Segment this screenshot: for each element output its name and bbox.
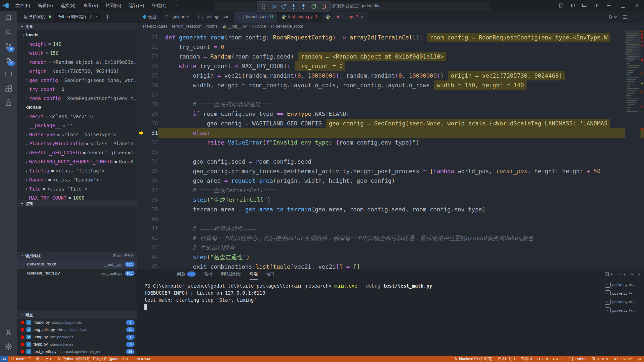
status-python-version[interactable]: 3.10.10 (589, 356, 612, 362)
tab-欢迎[interactable]: 欢迎 (137, 11, 161, 23)
code-line[interactable]: 25 origin = vec2i(random.randint(0, 1000… (137, 71, 644, 80)
watch-section-header[interactable]: 监视 (17, 200, 137, 207)
status-eol-sequence[interactable]: CRLF (550, 356, 565, 362)
code-editor[interactable]: 20 21 def generate_room(room_config: Roo… (137, 30, 644, 269)
debug-settings-gear-icon[interactable] (104, 11, 111, 22)
tab-launch.json[interactable]: { } launch.jsonU (234, 11, 277, 23)
status-language-mode[interactable]: { }Python (565, 356, 589, 362)
breakpoint-row[interactable]: test_math.pysite-packages\terrain_res… 1… (17, 348, 137, 355)
code-line[interactable]: 31 else: (137, 128, 644, 138)
breadcrumb[interactable]: site-packages› terrain_research› rooms› … (137, 23, 644, 30)
close-window-button[interactable]: × (630, 0, 644, 11)
breakpoint-checkbox[interactable] (26, 320, 31, 325)
code-line[interactable]: 30 geo_config = WASTELAND_GEO_CONFIGgeo_… (137, 119, 644, 128)
restart-button[interactable] (309, 2, 319, 11)
breakpoint-checkbox[interactable] (26, 342, 31, 347)
drag-handle[interactable] (258, 2, 268, 11)
panel-tab-端口[interactable]: 端口 (266, 269, 274, 280)
variable-row[interactable]: MAX_TRY_COUNT= 1000 (17, 193, 137, 200)
status-notifications[interactable] (635, 356, 644, 362)
status-git-branch[interactable]: main* (8, 356, 33, 362)
code-line[interactable]: 39 terrain_area = geo_area_to_terrain(ge… (137, 205, 644, 214)
status-indentation[interactable]: 空格: 4 (518, 356, 535, 362)
variable-row[interactable]: Tile= <class 'Tile'> (17, 184, 137, 193)
menu-item[interactable]: ··· (170, 0, 182, 11)
breakpoint-checkbox[interactable] (26, 349, 31, 354)
code-line[interactable]: 21 def generate_room(room_config: RoomRe… (137, 33, 644, 42)
variable-row[interactable]: Random= <class 'Random'> (17, 175, 137, 184)
minimap[interactable] (625, 30, 640, 269)
panel-tab-终端[interactable]: 终端 (250, 269, 258, 280)
breakpoint-checkbox[interactable] (26, 335, 31, 339)
continue-button[interactable] (268, 2, 278, 11)
activity-source-control[interactable]: 3 (0, 39, 17, 53)
activity-search[interactable] (0, 25, 17, 39)
activity-testing[interactable] (0, 96, 17, 110)
activity-explorer[interactable] (0, 11, 17, 25)
code-line[interactable]: 27 (137, 90, 644, 100)
variable-row[interactable]: random= <Random object at 0x1bf9d01e… (17, 58, 137, 67)
code-line[interactable]: 35 geo_config.primary_forces.geothermal_… (137, 166, 644, 176)
panel-tab-问题[interactable]: 问题 3 (177, 269, 196, 280)
minimize-button[interactable]: ─ (602, 0, 616, 11)
status-git-blame[interactable]: blueloveTH (3 周前) (451, 356, 495, 362)
tab-settings.json[interactable]: { } settings.json (193, 11, 234, 23)
variable-row[interactable]: DEFAULT_GEO_CONFIG= GeoConfig(seed=1… (17, 148, 137, 157)
breakpoint-row[interactable]: png_utils.pysite-packages\wfc 11 (17, 326, 137, 333)
variable-row[interactable]: PlanetaryWindConfig= <class 'Planeta… (17, 139, 137, 148)
menu-item[interactable]: 转到(G) (102, 0, 125, 11)
breadcrumb-item[interactable]: rooms (206, 24, 217, 29)
breakpoint-row[interactable]: temp.pysite-packages 1 (17, 333, 137, 341)
debug-configuration-dropdown[interactable]: Python 调试程序: 启 (55, 13, 101, 21)
breadcrumb-item[interactable]: __init__.py (222, 24, 247, 29)
step-over-button[interactable] (278, 2, 289, 11)
variable-scope[interactable]: locals (17, 30, 137, 39)
code-line[interactable]: 38 step("生成TerrainCell") (137, 195, 644, 205)
tab-__init__.py[interactable]: __init__.py2 × (322, 11, 368, 23)
status-encoding[interactable]: UTF-8 (535, 356, 551, 362)
menu-item[interactable]: 选择(S) (57, 0, 79, 11)
code-line[interactable]: 20 (137, 30, 644, 33)
breadcrumb-item[interactable]: site-packages (142, 24, 167, 29)
terminal-output[interactable]: PS C:\computer_science\godot-ldtk\site-p… (144, 282, 617, 310)
activity-settings[interactable] (0, 340, 17, 354)
menu-item[interactable]: 编辑(E) (34, 0, 57, 11)
variable-row[interactable]: room_config= RoomRequestConfig(env_t… (17, 94, 137, 103)
status-vim-mode[interactable]: -- NORMAL -- (130, 356, 158, 362)
breakpoint-checkbox[interactable] (26, 327, 31, 332)
activity-extensions[interactable] (0, 81, 17, 96)
terminal-instance[interactable]: >_ pocketpyte… (605, 289, 642, 297)
start-debugging-button[interactable] (48, 14, 53, 19)
activity-remote-explorer[interactable] (0, 67, 17, 81)
code-line[interactable]: 29 if room_config.env_type == EnvType.WA… (137, 109, 644, 119)
code-line[interactable]: 32 raise ValueError(f"Invalid env type: … (137, 138, 644, 147)
step-into-button[interactable] (289, 2, 299, 11)
breadcrumb-item[interactable]: Pylance (252, 24, 266, 29)
status-problems[interactable]: 30 (33, 356, 55, 362)
step-out-button[interactable] (299, 2, 309, 11)
menu-item[interactable]: 查看(V) (79, 0, 102, 11)
terminal-instance[interactable]: >_ pocketpyte… (605, 306, 642, 314)
status-go-live[interactable]: Go Live (612, 356, 635, 362)
variable-row[interactable]: width= 150 (17, 49, 137, 58)
panel-more-actions-button[interactable]: ··· (618, 272, 626, 277)
stop-button[interactable] (319, 2, 329, 11)
tab-test_math.py[interactable]: test_math.py1 (277, 11, 322, 23)
variable-row[interactable]: TileTag= <class 'TileTag'> (17, 166, 137, 175)
breadcrumb-item[interactable]: generate_room (271, 24, 303, 29)
code-line[interactable]: 23 random = Random(room_config.seed)rand… (137, 52, 644, 61)
breakpoint-row[interactable]: temp.pysite-packages 58 (17, 341, 137, 348)
panel-tab-调试控制台[interactable]: 调试控制台 (221, 269, 241, 280)
callstack-frame[interactable]: test/test_math.pytest_math.py 16:1 (17, 269, 137, 278)
maximize-panel-button[interactable] (629, 272, 634, 277)
code-line[interactable]: 41 # ====检查连通性==== (137, 224, 644, 233)
menu-item[interactable]: 终端(T) (148, 0, 170, 11)
command-center-search[interactable]: [扩展开发宿主] godot-ldtk (214, 2, 491, 10)
split-editor-button[interactable] (621, 13, 629, 21)
variables-section-header[interactable]: 变量 (17, 23, 137, 30)
toggle-secondary-sidebar-icon[interactable] (590, 0, 602, 11)
activity-accounts[interactable] (0, 326, 17, 340)
code-line[interactable]: 45 exit_combinations:list[tuple[vec2i, v… (137, 262, 644, 269)
toggle-panel-icon[interactable] (579, 0, 590, 11)
watch-list[interactable] (17, 207, 137, 252)
